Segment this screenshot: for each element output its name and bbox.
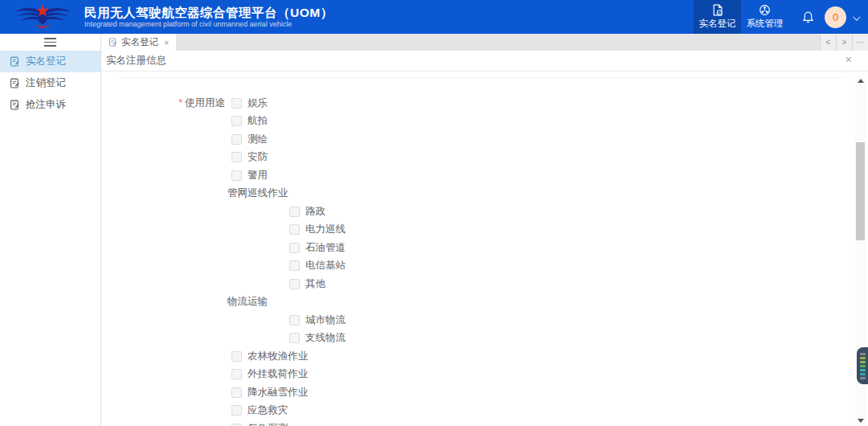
- checkbox[interactable]: [231, 369, 242, 379]
- checkbox[interactable]: [289, 315, 300, 326]
- hamburger-icon: [44, 38, 56, 47]
- usage-option-row: 测绘: [101, 130, 852, 149]
- app-title: 民用无人驾驶航空器综合管理平台（UOM）: [84, 6, 334, 19]
- bell-icon: [801, 10, 815, 24]
- usage-option-label[interactable]: 外挂载荷作业: [248, 367, 308, 381]
- checkbox[interactable]: [289, 260, 300, 271]
- main-area: 实名登记 注销登记 抢注申诉 实名登记 × < > ⋯: [0, 34, 868, 426]
- usage-option-label[interactable]: 农林牧渔作业: [248, 350, 308, 363]
- usage-option-label[interactable]: 娱乐: [248, 96, 268, 110]
- usage-option-label[interactable]: 气象探测: [248, 422, 288, 426]
- header-nav-system-management[interactable]: 系统管理: [741, 0, 788, 34]
- usage-option-row: 娱乐: [101, 94, 852, 113]
- usage-option-row: 路政: [101, 203, 852, 221]
- sidebar-collapse-button[interactable]: [0, 34, 100, 51]
- tab-real-name-registration[interactable]: 实名登记 ×: [101, 34, 176, 51]
- usage-option-label[interactable]: 支线物流: [305, 331, 346, 345]
- doc-pen-icon: [10, 78, 20, 88]
- checkbox[interactable]: [231, 405, 242, 416]
- cluster-icon: [759, 4, 771, 16]
- usage-option-row: 气象探测: [101, 420, 852, 426]
- form-divider: [119, 77, 844, 78]
- header-nav-real-name-registration[interactable]: 实名登记: [694, 0, 741, 34]
- usage-option-label[interactable]: 路政: [305, 205, 326, 219]
- doc-icon: [108, 38, 117, 47]
- content-area: 实名登记 × < > ⋯ 实名注册信息 × *使用用途 娱乐航拍测绘安防警用管网…: [101, 34, 868, 426]
- usage-option-label[interactable]: 城市物流: [305, 313, 346, 327]
- usage-option-row: 电力巡线: [101, 221, 852, 240]
- usage-group-row: 物流运输: [101, 293, 852, 312]
- doc-pen-icon: [10, 100, 20, 110]
- user-avatar[interactable]: 0: [825, 6, 846, 28]
- panel-title: 实名注册信息: [106, 54, 166, 68]
- notification-bell-button[interactable]: [801, 0, 815, 34]
- checkbox[interactable]: [231, 170, 242, 181]
- checkbox[interactable]: [289, 207, 300, 217]
- checkbox[interactable]: [289, 224, 300, 235]
- app-header: 民用无人驾驶航空器综合管理平台（UOM） Integrated manageme…: [0, 0, 868, 34]
- app-subtitle: Integrated management platform of civil …: [84, 21, 334, 29]
- panel-body: *使用用途 娱乐航拍测绘安防警用管网巡线作业路政电力巡线石油管道电信基站其他物流…: [101, 72, 868, 426]
- checkbox[interactable]: [231, 134, 242, 145]
- usage-option-row: 电信基站: [101, 257, 852, 276]
- panel-close-icon[interactable]: ×: [845, 54, 852, 65]
- usage-option-row: 降水融雪作业: [101, 383, 852, 402]
- usage-option-row: 应急救灾: [101, 402, 852, 420]
- usage-option-label[interactable]: 电信基站: [305, 259, 346, 272]
- usage-option-label[interactable]: 降水融雪作业: [248, 386, 308, 399]
- usage-option-row: 安防: [101, 149, 852, 167]
- sidebar-item-real-name-registration[interactable]: 实名登记: [0, 51, 100, 72]
- usage-option-label[interactable]: 电力巡线: [305, 223, 346, 236]
- doc-pen-icon: [10, 56, 20, 67]
- header-nav-label: 实名登记: [699, 18, 736, 30]
- sidebar: 实名登记 注销登记 抢注申诉: [0, 34, 101, 426]
- usage-option-row: 城市物流: [101, 311, 852, 330]
- sidebar-item-label: 注销登记: [26, 76, 66, 90]
- usage-option-label[interactable]: 其他: [305, 277, 326, 291]
- checkbox[interactable]: [231, 387, 242, 398]
- floating-widget-handle[interactable]: [857, 347, 868, 384]
- usage-group-row: 管网巡线作业: [101, 185, 852, 203]
- scrollbar-up-arrow[interactable]: [855, 76, 866, 84]
- usage-option-row: 石油管道: [101, 239, 852, 257]
- checkbox[interactable]: [231, 98, 242, 109]
- checkbox[interactable]: [289, 333, 300, 343]
- sidebar-item-label: 抢注申诉: [26, 98, 66, 112]
- usage-option-row: 支线物流: [101, 330, 852, 348]
- doc-badge-icon: [711, 4, 723, 16]
- tab-close-icon[interactable]: ×: [164, 38, 169, 47]
- tab-bar: 实名登记 × < > ⋯: [101, 34, 868, 51]
- sidebar-item-deregistration[interactable]: 注销登记: [0, 72, 100, 94]
- checkbox[interactable]: [231, 152, 242, 162]
- usage-option-label[interactable]: 警用: [248, 169, 268, 182]
- scrollbar-down-arrow[interactable]: [855, 416, 866, 424]
- tab-label: 实名登记: [121, 36, 158, 48]
- tab-bar-spacer: [176, 34, 820, 51]
- sidebar-item-label: 实名登记: [26, 55, 66, 68]
- usage-group-label: 物流运输: [227, 295, 268, 309]
- checkbox[interactable]: [289, 243, 300, 253]
- tabs-more-button[interactable]: ⋯: [852, 34, 868, 51]
- chevron-down-icon[interactable]: [853, 13, 861, 21]
- panel-header: 实名注册信息 ×: [101, 51, 868, 72]
- usage-option-row: 警用: [101, 166, 852, 185]
- usage-option-label[interactable]: 测绘: [248, 133, 268, 146]
- usage-options: 娱乐航拍测绘安防警用管网巡线作业路政电力巡线石油管道电信基站其他物流运输城市物流…: [101, 94, 852, 426]
- checkbox[interactable]: [289, 279, 300, 289]
- tabs-scroll-left-button[interactable]: <: [820, 34, 836, 51]
- scrollbar-thumb[interactable]: [856, 142, 865, 240]
- usage-option-row: 其他: [101, 275, 852, 293]
- checkbox[interactable]: [231, 116, 242, 126]
- sidebar-item-squatting-appeal[interactable]: 抢注申诉: [0, 94, 100, 116]
- usage-option-label[interactable]: 应急救灾: [248, 403, 288, 417]
- caac-wings-logo-icon: [11, 3, 74, 31]
- usage-option-row: 航拍: [101, 113, 852, 131]
- usage-group-label: 管网巡线作业: [227, 186, 288, 200]
- usage-option-row: 农林牧渔作业: [101, 347, 852, 366]
- usage-option-label[interactable]: 安防: [248, 150, 268, 164]
- usage-option-label[interactable]: 石油管道: [305, 241, 346, 255]
- usage-option-label[interactable]: 航拍: [248, 114, 268, 128]
- header-nav-label: 系统管理: [747, 18, 784, 30]
- checkbox[interactable]: [231, 351, 242, 362]
- tabs-scroll-right-button[interactable]: >: [836, 34, 852, 51]
